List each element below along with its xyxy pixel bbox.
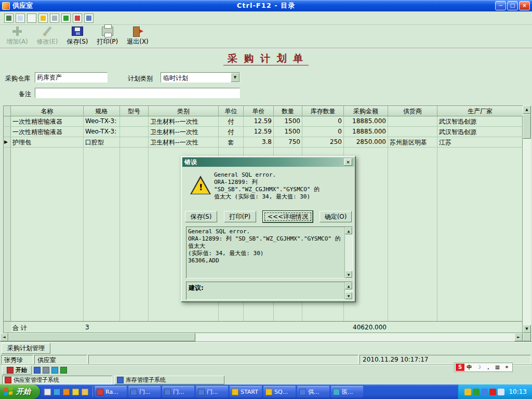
cell[interactable]: 套	[219, 137, 244, 148]
horizontal-scrollbar-thumb[interactable]	[8, 333, 195, 341]
cell[interactable]: 1500	[274, 116, 302, 127]
punctuation-icon[interactable]: ，	[484, 364, 493, 371]
cell[interactable]: 18885.000	[344, 127, 388, 137]
table-row[interactable]: 一次性精密输液器Weo-TX-3:卫生材料--一次性付12.5915000188…	[4, 127, 522, 137]
table-icon[interactable]	[4, 14, 14, 23]
maximize-button[interactable]: □	[507, 1, 518, 10]
cell[interactable]	[120, 127, 149, 137]
printer-icon[interactable]	[50, 14, 59, 23]
plan-type-combo[interactable]: 临时计划 ▼	[161, 72, 240, 83]
suggestion-scrollbar[interactable]: ▲ ▼	[344, 282, 352, 299]
sogou-icon[interactable]: S	[456, 364, 464, 371]
cell[interactable]: 付	[219, 127, 244, 137]
scroll-down-icon[interactable]: ▼	[523, 325, 531, 333]
cell[interactable]: 250	[302, 137, 344, 148]
volume-icon[interactable]	[498, 389, 504, 395]
media-player-icon[interactable]	[63, 389, 70, 395]
scrollbar-track[interactable]	[195, 333, 514, 341]
tab-purchase-plan[interactable]: 采购计划管理	[2, 343, 50, 354]
row-selector[interactable]	[4, 116, 11, 127]
taskbar-task[interactable]: START	[230, 386, 262, 397]
scroll-down-icon[interactable]: ▼	[345, 292, 352, 299]
combo-dropdown-button[interactable]: ▼	[231, 73, 240, 82]
taskbar-task[interactable]: 供...	[297, 386, 329, 397]
window-icon[interactable]	[34, 367, 41, 374]
inner-task-button[interactable]: 库存管理子系统	[114, 376, 224, 384]
network-icon[interactable]	[481, 389, 488, 395]
row-selector[interactable]: ▶	[4, 137, 11, 148]
cell[interactable]: 一次性精密输液器	[11, 116, 84, 127]
cell[interactable]: 卫生材料--一次性	[149, 127, 219, 137]
keyboard-icon[interactable]: ▦	[493, 364, 502, 371]
moon-icon[interactable]: ☽	[474, 364, 483, 371]
taskbar-task[interactable]: 门...	[162, 386, 194, 397]
mail-icon[interactable]	[72, 389, 79, 395]
scroll-down-icon[interactable]: ▼	[345, 271, 352, 278]
dialog-button[interactable]: 保存(S)	[185, 211, 217, 222]
exit-button[interactable]: 退出(X)	[124, 25, 152, 47]
lock-icon[interactable]	[84, 14, 94, 23]
monitor-icon[interactable]	[51, 367, 58, 374]
cell[interactable]	[120, 116, 149, 127]
taskbar-task[interactable]: 门...	[128, 386, 161, 397]
copy-doc-icon[interactable]	[16, 14, 25, 23]
grid-vertical-scrollbar[interactable]: ▲ ▼	[523, 105, 531, 333]
inner-start-button[interactable]: 开始	[2, 366, 32, 375]
row-selector[interactable]	[4, 127, 11, 137]
antivirus-icon[interactable]	[473, 389, 480, 395]
cell[interactable]: 18885.000	[344, 116, 388, 127]
cell[interactable]: 付	[219, 116, 244, 127]
cell[interactable]: 3.8	[244, 137, 274, 148]
table-row[interactable]: 一次性精密输液器Weo-TX-3:卫生材料--一次性付12.5915000188…	[4, 116, 522, 127]
dialog-button[interactable]: 打印(P)	[224, 211, 256, 222]
cell[interactable]: Weo-TX-3:	[84, 127, 120, 137]
settings-icon[interactable]: ✦	[502, 364, 511, 371]
update-icon[interactable]	[464, 389, 471, 395]
taskbar-task[interactable]: 医...	[331, 386, 363, 397]
cell[interactable]: 2850.000	[344, 137, 388, 148]
cell[interactable]: 苏州新区明基	[388, 137, 437, 148]
cell[interactable]: 江苏	[437, 137, 523, 148]
remark-input[interactable]	[35, 88, 240, 98]
scroll-right-icon[interactable]: ►	[514, 333, 523, 341]
cell[interactable]: 12.59	[244, 116, 274, 127]
cell[interactable]: 750	[274, 137, 302, 148]
taskbar-task[interactable]: SQ...	[263, 386, 296, 397]
scrollbar-track[interactable]	[523, 139, 531, 325]
start-button[interactable]: 开始	[0, 384, 40, 399]
taskbar-task[interactable]: Ra...	[95, 386, 127, 397]
cell[interactable]: 1500	[274, 127, 302, 137]
globe-icon[interactable]	[60, 367, 67, 374]
cell[interactable]: 12.59	[244, 127, 274, 137]
add-button[interactable]: 增加(A)	[3, 25, 31, 47]
scroll-up-icon[interactable]: ▲	[523, 105, 531, 114]
cell[interactable]: 0	[302, 116, 344, 127]
inner-task-button[interactable]: 供应室管理子系统	[2, 376, 112, 384]
close-button[interactable]: ×	[519, 1, 530, 10]
cell[interactable]: 护理包	[11, 137, 84, 148]
cell[interactable]: Weo-TX-3:	[84, 116, 120, 127]
cell[interactable]	[388, 127, 437, 137]
minimize-button[interactable]: ─	[495, 1, 506, 10]
cell[interactable]	[120, 137, 149, 148]
cell[interactable]: 0	[302, 127, 344, 137]
printer-icon[interactable]	[43, 367, 49, 374]
table-row[interactable]: ▶护理包口腔型卫生材料--一次性套3.87502502850.000苏州新区明基…	[4, 137, 522, 148]
taskbar-task[interactable]: 门...	[196, 386, 228, 397]
cell[interactable]: 武汉智迅创源	[437, 116, 523, 127]
scroll-up-icon[interactable]: ▲	[345, 227, 352, 234]
chinese-mode-icon[interactable]: 中	[465, 364, 474, 371]
warehouse-input[interactable]	[35, 72, 108, 83]
vertical-scrollbar-thumb[interactable]	[523, 114, 531, 139]
cell[interactable]	[388, 116, 437, 127]
sogou-tray-icon[interactable]	[489, 389, 496, 395]
key-icon[interactable]	[38, 14, 48, 23]
cell[interactable]: 卫生材料--一次性	[149, 137, 219, 148]
cell[interactable]: 卫生材料--一次性	[149, 116, 219, 127]
cell[interactable]: 口腔型	[84, 137, 120, 148]
detail-scrollbar[interactable]: ▲ ▼	[344, 227, 352, 278]
show-desktop-icon[interactable]	[44, 389, 51, 395]
dialog-button[interactable]: 确定(O)	[320, 211, 352, 222]
dialog-close-button[interactable]: ×	[344, 158, 352, 166]
save-button[interactable]: 保存(S)	[63, 25, 91, 47]
